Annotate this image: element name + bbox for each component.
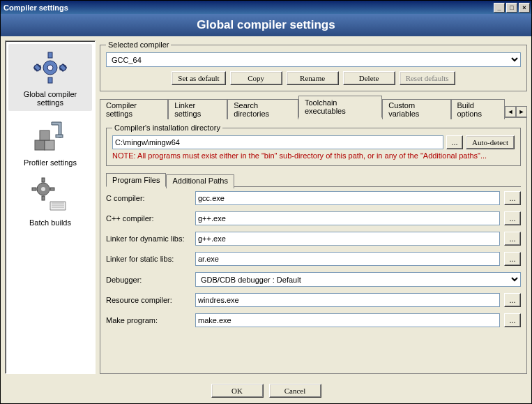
footer: OK Cancel bbox=[1, 378, 531, 403]
tab-additional-paths[interactable]: Additional Paths bbox=[166, 174, 234, 188]
svg-rect-17 bbox=[42, 196, 45, 200]
field-label: C++ compiler: bbox=[106, 214, 191, 223]
tab-build-options[interactable]: Build options bbox=[451, 99, 506, 119]
page-title: Global compiler settings bbox=[1, 14, 531, 36]
set-default-button[interactable]: Set as default bbox=[172, 71, 225, 85]
main-tabs: Compiler settings Linker settings Search… bbox=[100, 96, 527, 118]
tab-search-directories[interactable]: Search directories bbox=[227, 99, 298, 119]
browse-cpp-compiler-button[interactable]: ... bbox=[504, 211, 521, 225]
sidebar-item-label: Global compiler settings bbox=[10, 90, 91, 107]
resource-compiler-input[interactable] bbox=[195, 293, 500, 307]
sidebar-item-global-compiler[interactable]: Global compiler settings bbox=[8, 44, 92, 111]
svg-rect-11 bbox=[45, 140, 54, 150]
field-label: Resource compiler: bbox=[106, 296, 191, 304]
field-label: C compiler: bbox=[106, 194, 191, 202]
profiler-icon bbox=[31, 117, 70, 156]
sidebar-item-label: Profiler settings bbox=[10, 158, 91, 167]
tab-compiler-settings[interactable]: Compiler settings bbox=[100, 99, 168, 119]
tab-custom-variables[interactable]: Custom variables bbox=[382, 99, 450, 119]
row-linker-dynamic: Linker for dynamic libs: ... bbox=[106, 232, 521, 246]
row-debugger: Debugger: GDB/CDB debugger : Default bbox=[106, 272, 521, 287]
rename-button[interactable]: Rename bbox=[287, 71, 339, 85]
tab-scroll-right-button[interactable]: ► bbox=[516, 106, 527, 117]
install-dir-input[interactable] bbox=[112, 135, 443, 149]
minimize-button[interactable]: _ bbox=[494, 3, 505, 13]
c-compiler-input[interactable] bbox=[195, 191, 500, 205]
window: Compiler settings _ □ × Global compiler … bbox=[0, 0, 532, 404]
install-dir-note: NOTE: All programs must exist either in … bbox=[112, 151, 515, 160]
linker-dynamic-input[interactable] bbox=[195, 232, 500, 246]
row-make-program: Make program: ... bbox=[106, 313, 521, 327]
browse-make-program-button[interactable]: ... bbox=[504, 313, 521, 327]
sub-tabs: Program Files Additional Paths bbox=[106, 173, 521, 187]
browse-c-compiler-button[interactable]: ... bbox=[504, 191, 521, 205]
titlebar: Compiler settings _ □ × bbox=[1, 1, 531, 14]
svg-rect-16 bbox=[42, 178, 45, 182]
copy-button[interactable]: Copy bbox=[230, 71, 282, 85]
svg-rect-12 bbox=[40, 130, 50, 140]
sidebar-item-profiler[interactable]: Profiler settings bbox=[8, 112, 92, 171]
install-dir-group: Compiler's installation directory ... Au… bbox=[106, 128, 521, 166]
svg-rect-13 bbox=[56, 135, 63, 137]
make-program-input[interactable] bbox=[195, 313, 500, 327]
browse-linker-static-button[interactable]: ... bbox=[504, 252, 521, 266]
delete-button[interactable]: Delete bbox=[343, 71, 395, 85]
svg-rect-10 bbox=[35, 140, 45, 150]
svg-rect-2 bbox=[48, 52, 52, 58]
row-resource-compiler: Resource compiler: ... bbox=[106, 293, 521, 307]
ok-button[interactable]: OK bbox=[211, 384, 264, 398]
cpp-compiler-input[interactable] bbox=[195, 211, 500, 225]
sidebar-item-batch[interactable]: Batch builds bbox=[8, 172, 92, 231]
svg-point-15 bbox=[41, 187, 45, 191]
compiler-select[interactable]: GCC_64 bbox=[106, 52, 521, 67]
linker-static-input[interactable] bbox=[195, 252, 500, 266]
maximize-button[interactable]: □ bbox=[506, 3, 517, 13]
field-label: Linker for dynamic libs: bbox=[106, 234, 191, 243]
gear-icon bbox=[31, 48, 70, 87]
sidebar: Global compiler settings Profiler settin… bbox=[5, 40, 96, 374]
tab-linker-settings[interactable]: Linker settings bbox=[168, 99, 227, 119]
svg-point-1 bbox=[47, 65, 53, 70]
field-label: Debugger: bbox=[106, 276, 191, 284]
debugger-select[interactable]: GDB/CDB debugger : Default bbox=[195, 272, 521, 287]
browse-resource-compiler-button[interactable]: ... bbox=[504, 293, 521, 307]
tab-program-files[interactable]: Program Files bbox=[106, 173, 166, 187]
svg-rect-19 bbox=[50, 188, 54, 190]
reset-defaults-button[interactable]: Reset defaults bbox=[400, 71, 455, 85]
svg-rect-18 bbox=[32, 188, 36, 190]
row-c-compiler: C compiler: ... bbox=[106, 191, 521, 205]
tab-scroll-left-button[interactable]: ◄ bbox=[505, 106, 516, 117]
field-label: Make program: bbox=[106, 316, 191, 324]
tab-toolchain-executables[interactable]: Toolchain executables bbox=[298, 96, 382, 118]
field-label: Linker for static libs: bbox=[106, 255, 191, 263]
browse-linker-dynamic-button[interactable]: ... bbox=[504, 232, 521, 246]
selected-compiler-group: Selected compiler GCC_64 Set as default … bbox=[100, 45, 527, 91]
group-legend: Compiler's installation directory bbox=[112, 124, 222, 132]
row-cpp-compiler: C++ compiler: ... bbox=[106, 211, 521, 225]
browse-install-dir-button[interactable]: ... bbox=[446, 135, 463, 149]
cancel-button[interactable]: Cancel bbox=[269, 384, 321, 398]
row-linker-static: Linker for static libs: ... bbox=[106, 252, 521, 266]
auto-detect-button[interactable]: Auto-detect bbox=[466, 135, 515, 149]
group-legend: Selected compiler bbox=[106, 40, 171, 49]
close-button[interactable]: × bbox=[519, 3, 530, 13]
sidebar-item-label: Batch builds bbox=[10, 218, 91, 227]
window-title: Compiler settings bbox=[3, 3, 492, 12]
batch-icon bbox=[31, 177, 70, 216]
svg-rect-3 bbox=[48, 77, 52, 83]
